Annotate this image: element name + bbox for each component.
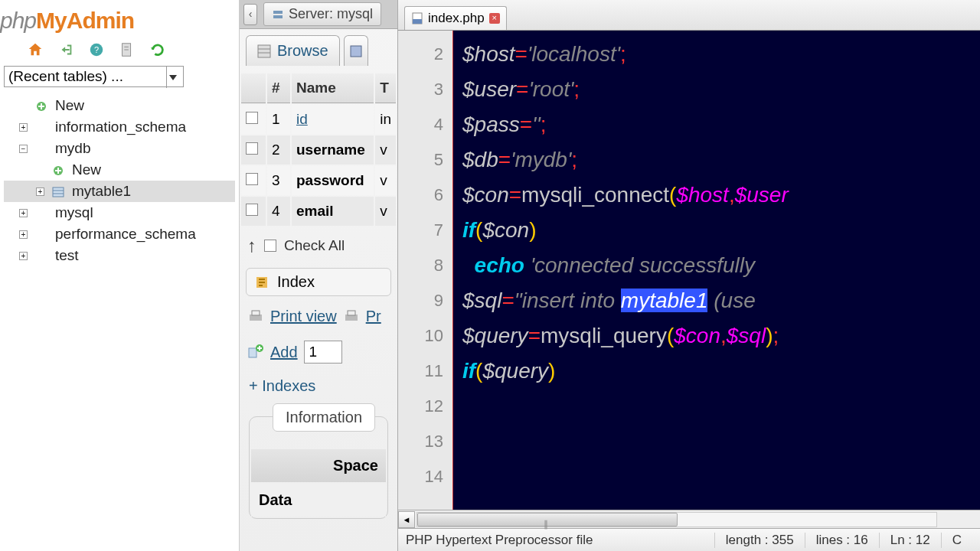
add-link[interactable]: Add (270, 344, 298, 361)
docs-icon[interactable] (119, 41, 136, 58)
scroll-thumb[interactable] (417, 513, 678, 527)
expand-icon[interactable]: + (19, 209, 28, 217)
add-icon (247, 344, 264, 360)
svg-rect-11 (273, 15, 283, 18)
print-view-row: Print view Pr (240, 300, 397, 333)
tree-item-mysql[interactable]: +mysql (4, 202, 235, 223)
tree-item-mytable1[interactable]: +mytable1 (4, 181, 235, 202)
row-checkbox[interactable] (246, 173, 258, 185)
check-all-row: ↑ Check All (240, 227, 397, 264)
columns-table: # Name T 1idin2usernamev3passwordv4email… (240, 72, 397, 227)
print2-icon (343, 308, 360, 325)
scroll-track[interactable] (416, 512, 937, 527)
status-col: C (941, 533, 972, 548)
column-name-link[interactable]: id (296, 111, 308, 127)
code-content[interactable]: $host='localhost';$user='root';$pass='';… (453, 31, 980, 510)
code-area[interactable]: 234567891011121314 $host='localhost';$us… (398, 31, 980, 510)
index-row[interactable]: Index (246, 268, 391, 296)
logout-icon[interactable] (57, 41, 74, 58)
pr-link[interactable]: Pr (366, 308, 381, 325)
db-icon (35, 249, 49, 262)
svg-rect-20 (249, 348, 256, 357)
svg-rect-19 (348, 311, 355, 315)
row-checkbox[interactable] (246, 112, 258, 124)
tab-structure[interactable] (344, 35, 368, 66)
svg-rect-7 (53, 187, 64, 197)
db-icon (35, 121, 49, 133)
line-gutter: 234567891011121314 (398, 31, 453, 510)
db-tree: New+information_schema−mydbNew+mytable1+… (0, 95, 239, 266)
sql-icon[interactable]: ? (88, 41, 105, 58)
db-icon (35, 142, 49, 155)
check-all-checkbox[interactable] (264, 240, 276, 252)
recent-tables-wrap: (Recent tables) ... (0, 66, 239, 95)
indexes-toggle[interactable]: + Indexes (240, 371, 397, 401)
home-icon[interactable] (27, 41, 44, 58)
close-tab-button[interactable]: × (489, 13, 500, 24)
svg-rect-12 (258, 45, 270, 57)
server-icon (272, 8, 284, 21)
svg-text:?: ? (94, 45, 99, 54)
expand-icon[interactable]: − (19, 145, 28, 153)
col-header-name: Name (292, 73, 374, 103)
table-icon (52, 185, 66, 197)
breadcrumb-bar: ‹ Server: mysql (240, 0, 397, 29)
tree-item-information_schema[interactable]: +information_schema (4, 116, 235, 138)
table-row: 1idin (241, 105, 396, 134)
new-icon (52, 164, 66, 176)
row-checkbox[interactable] (246, 142, 258, 155)
collapse-button[interactable]: ‹ (243, 4, 257, 25)
print-icon (247, 308, 264, 325)
php-file-icon (411, 12, 423, 24)
pma-toolbar: ? (0, 37, 239, 66)
tree-item-new[interactable]: New (4, 159, 235, 181)
recent-tables-select[interactable]: (Recent tables) ... (4, 66, 184, 87)
table-row: 2usernamev (241, 135, 396, 165)
tab-browse[interactable]: Browse (246, 35, 340, 66)
new-icon (35, 99, 49, 112)
status-length: length : 355 (714, 533, 805, 548)
editor-panel: index.php × 234567891011121314 $host='lo… (398, 0, 980, 551)
col-header-num: # (267, 73, 290, 103)
status-ln: Ln : 12 (879, 533, 941, 548)
reload-icon[interactable] (149, 41, 166, 58)
tree-item-test[interactable]: +test (4, 245, 235, 266)
row-checkbox[interactable] (246, 204, 258, 216)
editor-tab-index[interactable]: index.php × (404, 6, 507, 30)
svg-rect-15 (351, 46, 361, 57)
browse-icon (257, 44, 271, 58)
svg-rect-23 (413, 19, 422, 24)
expand-icon[interactable]: + (19, 230, 28, 239)
expand-icon[interactable]: + (19, 123, 28, 132)
print-view-link[interactable]: Print view (270, 308, 337, 325)
expand-icon[interactable]: + (36, 187, 44, 196)
status-filetype: PHP Hypertext Preprocessor file (406, 533, 714, 548)
tab-row: Browse (240, 29, 397, 66)
data-cell: Data (251, 484, 386, 517)
tree-item-performance_schema[interactable]: +performance_schema (4, 223, 235, 245)
tree-item-mydb[interactable]: −mydb (4, 138, 235, 159)
table-row: 4emailv (241, 197, 396, 226)
recent-tables-label: (Recent tables) ... (8, 68, 123, 85)
table-row: 3passwordv (241, 166, 396, 195)
svg-rect-17 (252, 311, 260, 315)
svg-rect-10 (273, 11, 283, 14)
information-box: Information Space Data (249, 416, 388, 519)
structure-icon (349, 44, 363, 58)
arrow-up-icon: ↑ (247, 235, 256, 256)
tree-item-new[interactable]: New (4, 95, 235, 116)
server-breadcrumb[interactable]: Server: mysql (263, 2, 381, 26)
add-count-input[interactable] (304, 341, 342, 364)
add-row: Add (240, 333, 397, 371)
pma-logo: phpMyAdmin (0, 0, 239, 37)
space-header: Space (251, 449, 386, 482)
col-header-type: T (375, 73, 396, 103)
horizontal-scrollbar[interactable]: ◄ (398, 510, 980, 528)
status-bar: PHP Hypertext Preprocessor file length :… (398, 528, 980, 551)
pma-sidebar: phpMyAdmin ? (Recent tables) ... New+inf… (0, 0, 239, 551)
scroll-left-button[interactable]: ◄ (398, 511, 415, 528)
index-icon (254, 275, 270, 290)
db-icon (35, 228, 49, 240)
expand-icon[interactable]: + (19, 252, 28, 260)
editor-tabbar: index.php × (398, 0, 980, 31)
